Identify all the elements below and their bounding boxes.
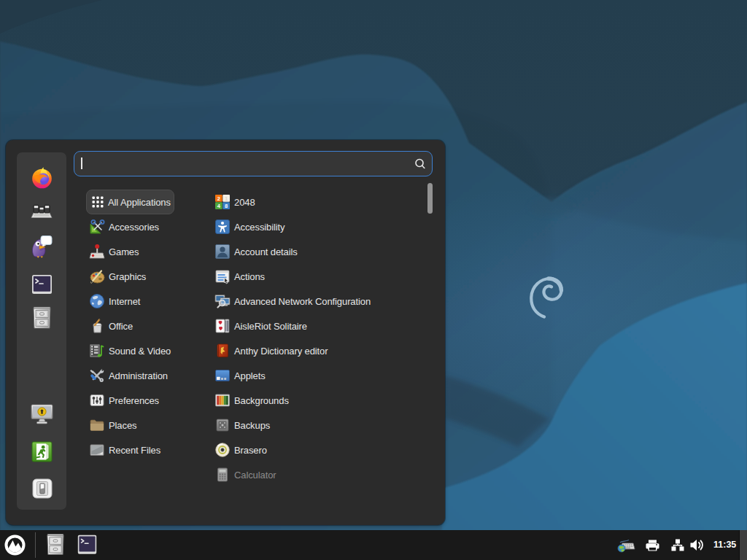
svg-text:8: 8 — [225, 203, 228, 209]
svg-text:2: 2 — [217, 195, 220, 202]
svg-text:1: 1 — [225, 196, 228, 201]
